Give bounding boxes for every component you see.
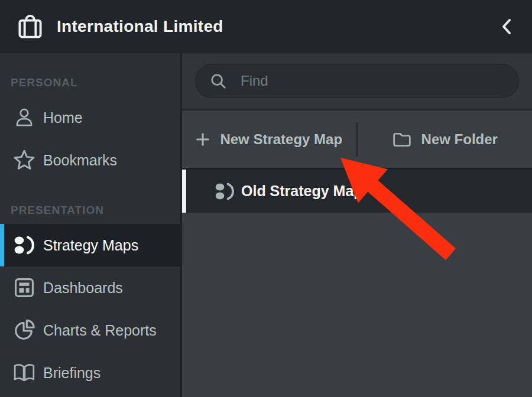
sidebar-item-bookmarks[interactable]: Bookmarks: [0, 139, 180, 181]
star-icon: [13, 149, 35, 171]
sidebar-item-label: Charts & Reports: [43, 322, 157, 339]
main-panel: New Strategy Map New Folder Old Strategy…: [182, 53, 532, 397]
strategy-map-icon: [215, 182, 235, 201]
sidebar-item-charts-reports[interactable]: Charts & Reports: [0, 309, 180, 352]
sidebar-item-label: Briefings: [43, 365, 100, 382]
pie-chart-icon: [13, 319, 35, 341]
dashboard-icon: [13, 277, 35, 298]
plus-icon: [196, 132, 210, 147]
briefcase-icon: [17, 13, 44, 40]
open-book-icon: [13, 363, 35, 383]
sidebar-item-label: Strategy Maps: [43, 237, 138, 254]
section-header-presentation: PRESENTATION: [11, 204, 104, 217]
new-folder-label: New Folder: [421, 131, 498, 148]
sidebar-item-briefings[interactable]: Briefings: [0, 352, 180, 394]
sidebar-item-strategy-maps[interactable]: Strategy Maps: [0, 224, 180, 266]
person-icon: [13, 107, 35, 128]
list-item-old-strategy-map[interactable]: Old Strategy Map: [182, 170, 532, 213]
search-input[interactable]: [241, 73, 504, 89]
app-title: International Limited: [57, 17, 223, 36]
sidebar-item-home[interactable]: Home: [0, 96, 180, 139]
search-bar[interactable]: [195, 64, 519, 98]
sidebar-item-label: Home: [43, 109, 83, 126]
section-header-personal: PERSONAL: [11, 76, 78, 89]
toolbar: New Strategy Map New Folder: [182, 110, 532, 170]
list-item-label: Old Strategy Map: [241, 183, 363, 200]
folder-icon: [392, 131, 411, 148]
selected-row-accent: [182, 170, 186, 213]
sidebar: PERSONAL Home Bookmarks PRESENTATION Str…: [0, 53, 180, 397]
sidebar-item-label: Bookmarks: [43, 152, 117, 169]
new-folder-button[interactable]: New Folder: [358, 110, 532, 168]
new-strategy-map-button[interactable]: New Strategy Map: [182, 110, 356, 168]
search-strip: [182, 53, 532, 110]
search-icon: [210, 73, 226, 89]
sidebar-item-dashboards[interactable]: Dashboards: [0, 266, 180, 309]
collapse-sidebar-button[interactable]: [498, 17, 515, 37]
sidebar-item-label: Dashboards: [43, 279, 123, 297]
top-bar: International Limited: [0, 0, 532, 53]
new-strategy-map-label: New Strategy Map: [220, 131, 342, 148]
strategy-map-icon: [13, 235, 35, 255]
